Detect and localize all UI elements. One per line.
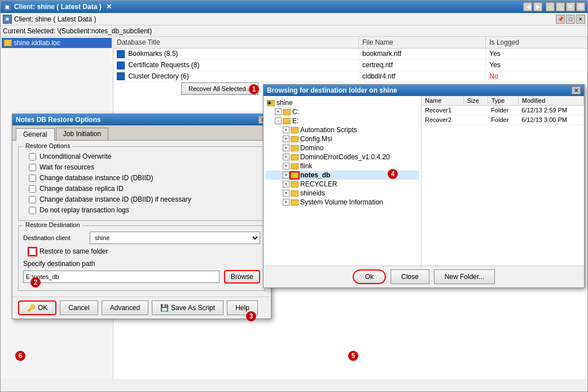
restore-to-same-folder-row: Restore to same folder bbox=[23, 247, 260, 255]
col-type: Type bbox=[488, 96, 518, 106]
tree-item-sysvolinfo-label: System Volume Information bbox=[300, 198, 383, 206]
next-btn[interactable]: ▶ bbox=[533, 2, 542, 11]
close-btn[interactable]: ✕ bbox=[566, 2, 575, 11]
maximize-btn[interactable]: □ bbox=[556, 2, 565, 11]
no-replay-checkbox[interactable] bbox=[29, 207, 36, 214]
recover1-modified: 6/12/13 2:59 PM bbox=[518, 106, 583, 115]
expand-notes-db-icon[interactable]: + bbox=[283, 172, 289, 178]
title-bar: ▣ Client: shine ( Latest Data ) ✕ ◀ ▶ ─ … bbox=[1, 1, 587, 13]
close-panel-btn[interactable]: ✕ bbox=[576, 15, 585, 24]
tree-item-label: shine.iddlab.loc bbox=[14, 39, 60, 47]
ok-button[interactable]: 🔑 OK bbox=[18, 300, 56, 315]
destination-path-row: Browse bbox=[23, 270, 260, 284]
expand-flink-icon[interactable]: + bbox=[283, 163, 289, 169]
db-title-cell: Cluster Directory (6) bbox=[113, 71, 359, 82]
col-size: Size bbox=[463, 96, 488, 106]
new-folder-button[interactable]: New Folder... bbox=[434, 269, 495, 284]
tree-item-e[interactable]: - E: bbox=[266, 116, 419, 125]
unconditional-overwrite-checkbox[interactable] bbox=[29, 153, 36, 160]
tree-item-shineids[interactable]: + shineids bbox=[266, 189, 419, 198]
expand-c-icon[interactable]: + bbox=[275, 108, 282, 115]
change-dbiid-necessary-checkbox[interactable] bbox=[29, 196, 36, 203]
recover-all-selected-button[interactable]: Recover All Selected... bbox=[181, 82, 258, 95]
destination-path-input[interactable] bbox=[23, 271, 220, 283]
client-icon: ▣ bbox=[3, 15, 12, 24]
tree-item-domino[interactable]: + Domino bbox=[266, 143, 419, 153]
logged-cell: Yes bbox=[486, 59, 587, 71]
tree-item-c[interactable]: + C: bbox=[266, 107, 419, 116]
cancel-button[interactable]: Cancel bbox=[60, 300, 98, 315]
float-btn[interactable]: □ bbox=[566, 15, 575, 24]
change-dbiid-checkbox[interactable] bbox=[29, 175, 36, 182]
destination-client-select[interactable]: shine bbox=[90, 232, 260, 244]
table-row: Bookmarks (8.5) bookmark.ntf Yes bbox=[113, 49, 587, 60]
save-as-script-button[interactable]: 💾 Save As Script bbox=[152, 300, 223, 315]
tree-item-sysvolinfo[interactable]: + System Volume Information bbox=[266, 198, 419, 207]
browse-dialog-title: Browsing for destination folder on shine… bbox=[264, 85, 584, 96]
expand-automation-icon[interactable]: + bbox=[283, 127, 289, 133]
db-title-cell: Certificate Requests (8) bbox=[113, 59, 359, 71]
col-file-name: File Name bbox=[359, 37, 486, 49]
tree-item-c-label: C: bbox=[292, 108, 299, 116]
tree-item-configmsi[interactable]: + Config.Msi bbox=[266, 134, 419, 143]
recover2-name: Recover2 bbox=[422, 115, 463, 125]
restore-dialog-title: Notes DB Restore Options ✕ bbox=[12, 114, 271, 125]
browse-ok-button[interactable]: Ok bbox=[353, 269, 386, 284]
table-row: Cluster Directory (6) cldbdir4.ntf No bbox=[113, 71, 587, 82]
expand-recycler-icon[interactable]: + bbox=[283, 181, 289, 188]
tree-item-notes-db-label: notes_db bbox=[300, 171, 330, 179]
shineids-folder-icon bbox=[291, 190, 299, 197]
tree-item-shine[interactable]: ▣ shine bbox=[266, 98, 419, 107]
tab-job-initiation[interactable]: Job Initiation bbox=[56, 128, 108, 140]
menu-btn[interactable]: ☰ bbox=[576, 2, 585, 11]
tree-item-flink[interactable]: + flink bbox=[266, 162, 419, 171]
recover2-type: Folder bbox=[488, 115, 518, 125]
expand-e-icon[interactable]: - bbox=[275, 117, 282, 124]
browse-bottom-buttons: Ok Close New Folder... bbox=[264, 265, 584, 288]
tab-general[interactable]: General bbox=[16, 128, 55, 141]
sub-toolbar-title: Client: shine ( Latest Data ) bbox=[14, 15, 96, 23]
browse-close-button[interactable]: Close bbox=[390, 269, 429, 284]
prev-btn[interactable]: ◀ bbox=[523, 2, 532, 11]
expand-configmsi-icon[interactable]: + bbox=[283, 136, 289, 142]
title-bar-controls: ◀ ▶ ─ □ ✕ ☰ bbox=[523, 2, 585, 11]
checkbox-wait: Wait for resources bbox=[23, 163, 260, 171]
expand-dominoerror-icon[interactable]: + bbox=[283, 154, 289, 160]
expand-sysvolinfo-icon[interactable]: + bbox=[283, 199, 289, 206]
minimize-btn[interactable]: ─ bbox=[546, 2, 555, 11]
configmsi-folder-icon bbox=[291, 136, 299, 142]
tree-item-dominoerror[interactable]: + DominoErrorCodes_v1.0.4.20 bbox=[266, 153, 419, 162]
tree-item-automation-label: Automation Scripts bbox=[300, 126, 357, 134]
flink-folder-icon bbox=[291, 163, 299, 169]
tree-item-recycler[interactable]: + RECYCLER bbox=[266, 180, 419, 189]
folder-icon bbox=[4, 40, 12, 46]
browse-button[interactable]: Browse bbox=[224, 270, 260, 284]
browse-dialog: Browsing for destination folder on shine… bbox=[263, 84, 585, 288]
browse-table-row: Recover2 Folder 6/12/13 3:00 PM bbox=[422, 115, 584, 125]
pin-btn[interactable]: 📌 bbox=[556, 15, 565, 24]
expand-shineids-icon[interactable]: + bbox=[283, 190, 289, 197]
ok-icon: 🔑 bbox=[27, 304, 36, 312]
expand-domino-icon[interactable]: + bbox=[283, 145, 289, 151]
db-title: Cluster Directory (6) bbox=[128, 72, 188, 80]
current-selected-label: Current Selected: \(Subclient:notes_db_s… bbox=[3, 27, 152, 35]
dialog-bottom-buttons: 🔑 OK Cancel Advanced 💾 Save As Script He… bbox=[12, 297, 271, 319]
tree-item-shine[interactable]: shine.iddlab.loc bbox=[2, 38, 112, 48]
no-replay-label: Do not replay transaction logs bbox=[40, 206, 129, 214]
db-title: Bookmarks (8.5) bbox=[128, 50, 178, 58]
annotation-3: 3 bbox=[246, 311, 256, 321]
change-dbiid-label: Change database instance ID (DBIID) bbox=[40, 174, 153, 182]
tree-item-shine-label: shine bbox=[277, 99, 293, 107]
close-tab-icon[interactable]: ✕ bbox=[106, 3, 112, 11]
restore-same-folder-checkbox[interactable] bbox=[29, 248, 36, 255]
change-replica-checkbox[interactable] bbox=[29, 185, 36, 193]
recover1-type: Folder bbox=[488, 106, 518, 115]
wait-for-resources-checkbox[interactable] bbox=[29, 164, 36, 171]
tree-item-domino-label: Domino bbox=[300, 144, 323, 152]
advanced-button[interactable]: Advanced bbox=[102, 300, 148, 315]
col-name: Name bbox=[422, 96, 463, 106]
tree-item-automation[interactable]: + Automation Scripts bbox=[266, 125, 419, 134]
notes-db-folder-icon bbox=[291, 172, 299, 178]
col-database-title: Database Title bbox=[113, 37, 359, 49]
browse-close-button[interactable]: ✕ bbox=[572, 86, 581, 94]
